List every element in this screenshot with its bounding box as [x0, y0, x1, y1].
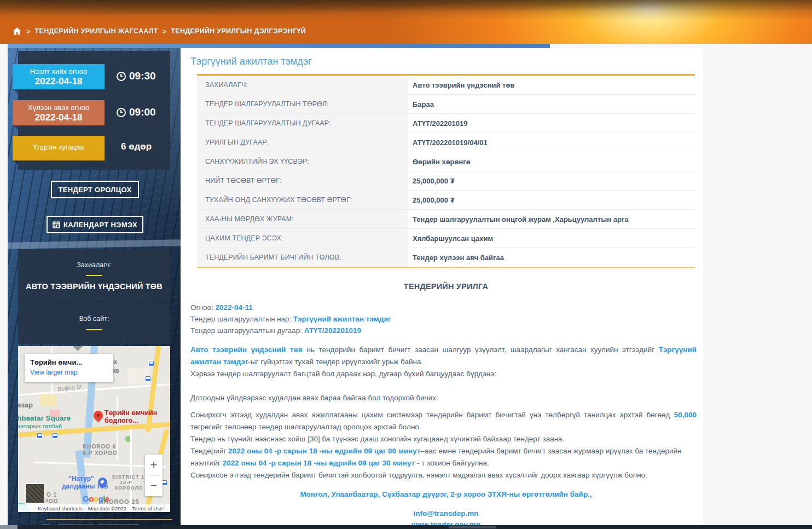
map-label-natur: "Натур": [68, 475, 94, 482]
breadcrumb-current-detail: ТЕНДЕРИЙН УРИЛГЫН ДЭЛГЭРЭНГҮЙ: [171, 27, 306, 35]
contact-email-link[interactable]: info@transdep.mn: [414, 509, 479, 518]
name-label: Тендер шалгаруулалтын нэр:: [190, 315, 291, 323]
info-window-stem: [73, 346, 83, 351]
paragraph-text: - т зохион байгуулна.: [415, 459, 489, 467]
terms-of-use-link[interactable]: Terms of Use: [132, 505, 163, 511]
map-block: [40, 394, 56, 406]
google-letter: e: [105, 494, 109, 503]
scrollbar-thumb[interactable]: [449, 526, 496, 528]
invitation-meta: Огноо: 2022-04-11 Тендер шалгаруулалтын …: [190, 302, 703, 336]
tender-number-link[interactable]: АТҮТ/202201019: [304, 326, 361, 335]
clock-icon: [117, 72, 126, 81]
paragraph-text: нь тендерийн баримт бичигт заасан шалгуу…: [303, 346, 659, 354]
breadcrumb: > ТЕНДЕРИЙН УРИЛГЫН ЖАГСААЛТ > ТЕНДЕРИЙН…: [12, 26, 306, 36]
table-row: САНХҮҮЖИЛТИЙН ЭХ ҮҮСВЭР:Өөрийн хөрөнгө: [197, 152, 695, 171]
number-label: Тендер шалгаруулалтын дугаар:: [190, 326, 302, 335]
add-to-calendar-label: КАЛЕНДАРТ НЭМЭХ: [63, 221, 137, 229]
table-row: ТЕНДЕР ШАЛГАРУУЛАЛТЫН ТӨРӨЛ:Бараа: [197, 95, 695, 114]
organization-link[interactable]: Авто тээврийн үндэсний төв: [190, 346, 303, 354]
open-date-label: Нээлт хийх огноо: [13, 67, 105, 76]
page-title: Тэргүүний ажилтан тэмдэг: [190, 56, 703, 67]
map-zoom-control: + −: [145, 455, 163, 496]
row-value: Хялбаршуулсан цахим: [408, 229, 695, 248]
row-label: ТЕНДЕР ШАЛГАРУУЛАЛТЫН ДУГААР:: [197, 114, 408, 133]
row-value: Авто тээврийн үндэсний төв: [408, 76, 695, 94]
remaining-label: Үлдсэн хугацаа: [13, 142, 105, 152]
map-label-district3: ХОРООЛО: [114, 485, 143, 491]
page: > ТЕНДЕРИЙН УРИЛГЫН ЖАГСААЛТ > ТЕНДЕРИЙН…: [0, 0, 812, 529]
satellite-view-thumbnail[interactable]: [25, 483, 45, 504]
yellow-divider: [86, 329, 102, 330]
map-label-khoroo6-mn: 6-P ХОРОО: [83, 450, 117, 456]
bus-station-icon[interactable]: [145, 376, 151, 382]
bus-station-icon[interactable]: [52, 433, 58, 439]
row-label: САНХҮҮЖИЛТИЙН ЭХ ҮҮСВЭР:: [197, 152, 408, 171]
receive-time: 09:00: [117, 106, 171, 118]
add-to-calendar-button[interactable]: КАЛЕНДАРТ НЭМЭХ: [47, 216, 143, 233]
google-letter: G: [83, 494, 89, 503]
row-label: ЦАХИМ ТЕНДЕР ЭСЭХ:: [197, 229, 408, 248]
home-icon[interactable]: [12, 26, 22, 36]
client-name: АВТО ТЭЭВРИЙН ҮНДЭСНИЙ ТӨВ: [18, 282, 170, 291]
invitation-heading: ТЕНДЕРИЙН УРИЛГА: [197, 282, 695, 291]
table-row: ТЕНДЕРИЙН БАРИМТ БИЧГИЙН ТӨЛӨВ:Тендер хү…: [197, 248, 695, 267]
google-logo: Google: [83, 494, 109, 503]
row-label: ТЕНДЕР ШАЛГАРУУЛАЛТЫН ТӨРӨЛ:: [197, 95, 408, 113]
paragraph-text: Сонирхогч этгээд худалдан авах ажиллагаа…: [190, 411, 674, 419]
bus-station-icon[interactable]: [148, 360, 154, 366]
paragraph-text: -ыг гүйцэтгэх тухай тендер ирүүлэхийг ур…: [248, 358, 424, 366]
submission-deadline: 2022 оны 04 -р сарын 18 -ны өдрийн 09 ца…: [228, 447, 420, 455]
breadcrumb-link-list[interactable]: ТЕНДЕРИЙН УРИЛГЫН ЖАГСААЛТ: [35, 27, 158, 35]
row-value: Өөрийн хөрөнгө: [408, 152, 695, 171]
zoom-in-button[interactable]: +: [145, 455, 163, 475]
map-label-khoroo6: KHOROO 6: [83, 444, 116, 450]
date-label: Огноо:: [190, 303, 213, 312]
map-marker-icon[interactable]: [91, 409, 105, 422]
remaining-value: 6 өдөр: [121, 141, 176, 152]
participate-button[interactable]: ТЕНДЕРТ ОРОЛЦОХ: [51, 181, 139, 198]
row-value: 25,000,000 ₮: [408, 191, 695, 209]
sidebar: Нээлт хийх огноо 2022-04-18 09:30 Хүлээн…: [8, 48, 181, 529]
table-row: ТУХАЙН ОНД САНХҮҮЖИХ ТӨСӨВТ ӨРТӨГ:25,000…: [197, 191, 695, 210]
map-label-fragment: POO: [44, 498, 58, 504]
zoom-out-button[interactable]: −: [145, 476, 163, 497]
invitation-paragraph-4: Сонирхогч этгээд худалдан авах ажиллагаа…: [190, 409, 697, 433]
header-accent-bar: [8, 44, 550, 48]
invitation-date[interactable]: 2022-04-11: [215, 303, 252, 312]
main-content: Тэргүүний ажилтан тэмдэг ЗАХИАЛАГЧ:Авто …: [181, 48, 703, 529]
invitation-paragraph-1: Авто тээврийн үндэсний төв нь тендерийн …: [190, 344, 697, 368]
sidebar-bottom-rule: [47, 519, 172, 520]
map-label-district2: 13-P: [120, 480, 132, 485]
bus-station-icon[interactable]: [37, 433, 43, 439]
dates-panel: Нээлт хийх огноо 2022-04-18 09:30 Хүлээн…: [18, 51, 170, 170]
table-row: ТЕНДЕР ШАЛГАРУУЛАЛТЫН ДУГААР:АТҮТ/202201…: [197, 114, 695, 133]
table-row: УРИЛГЫН ДУГААР:АТҮТ/202201019/04/01: [197, 133, 695, 152]
tender-name-link[interactable]: Тэргүүний ажилтан тэмдэг: [293, 315, 391, 323]
table-row: ЗАХИАЛАГЧ:Авто тээврийн үндэсний төв: [197, 76, 695, 95]
table-row: ХАА-НЫ МӨРДӨХ ЖУРАМ:Тендер шалгаруулалты…: [197, 210, 695, 229]
opening-datetime: 2022 оны 04 -р сарын 18 -ны өдрийн 09 ца…: [223, 459, 415, 467]
fee-amount: 50,000: [674, 411, 697, 419]
map-main-road: [146, 346, 161, 432]
breadcrumb-separator-icon: >: [163, 28, 167, 35]
info-window-title: Төрийн өмчи...: [30, 358, 108, 366]
paragraph-text: төгрөгийг төлснөөр тендер шалгаруулалтад…: [190, 423, 421, 431]
receive-time-value: 09:00: [129, 106, 156, 118]
keyboard-shortcuts-link[interactable]: Keyboard shortcuts: [38, 505, 83, 511]
calendar-icon: [53, 221, 60, 228]
open-date-value: 2022-04-18: [13, 76, 105, 87]
table-row: НИЙТ ТӨСӨВТ ӨРТӨГ:25,000,000 ₮: [197, 171, 695, 191]
hero-banner: > ТЕНДЕРИЙН УРИЛГЫН ЖАГСААЛТ > ТЕНДЕРИЙН…: [0, 0, 812, 44]
remaining-ribbon: Үлдсэн хугацаа: [13, 136, 105, 160]
google-letter: o: [94, 494, 98, 503]
row-value: АТҮТ/202201019/04/01: [408, 133, 695, 152]
google-map[interactable]: Beijing St азар hbaatar Square аатарын т…: [18, 346, 170, 512]
row-label: ЗАХИАЛАГЧ:: [197, 76, 408, 94]
view-larger-map-link[interactable]: View larger map: [30, 369, 77, 376]
website-label: Вэб сайт:: [18, 315, 170, 323]
open-date-ribbon: Нээлт хийх огноо 2022-04-18: [13, 64, 105, 89]
horizontal-scrollbar[interactable]: [0, 525, 812, 529]
banner-hills-silhouette: [0, 0, 812, 14]
map-footer: Keyboard shortcuts Map data ©2022 Terms …: [18, 504, 170, 512]
map-label-square-mn: аатарын талбай: [18, 423, 62, 429]
